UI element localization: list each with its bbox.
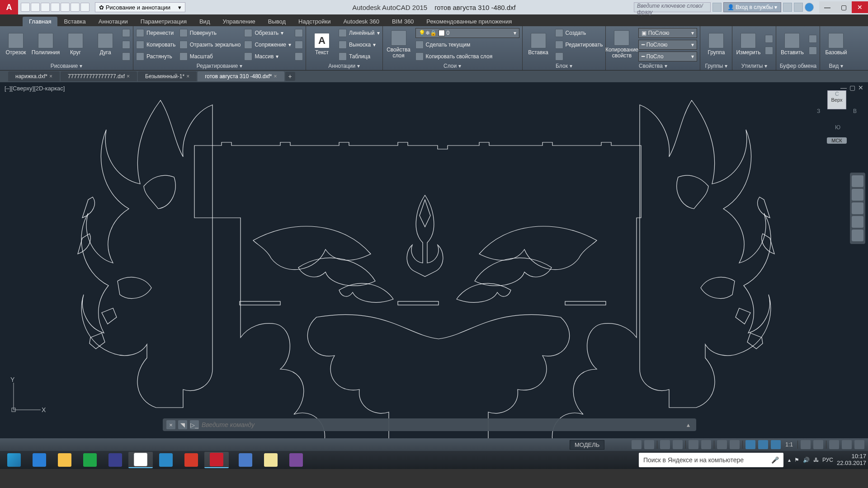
scale-button[interactable]: 1:1 [783, 441, 795, 448]
tray-volume-icon[interactable]: 🔊 [803, 457, 810, 463]
tray-clock[interactable]: 10:17 22.03.2017 [837, 453, 866, 467]
text-button[interactable]: AТекст [309, 33, 335, 56]
file-tab-3[interactable]: готов августа 310 -480.dxf*× [198, 71, 284, 81]
taskbar-winrar[interactable] [284, 452, 308, 468]
arc-button[interactable]: Дуга [92, 33, 118, 56]
qat-plot-icon[interactable] [61, 3, 70, 12]
file-tab-2[interactable]: Безымянный-1*× [138, 71, 197, 81]
tab-home[interactable]: Главная [23, 17, 57, 26]
cut-button[interactable] [809, 34, 817, 44]
polar-toggle-icon[interactable] [673, 440, 683, 449]
move-button[interactable]: Перенести [136, 28, 176, 38]
anno-scale-icon[interactable] [758, 440, 768, 449]
qat-open-icon[interactable] [31, 3, 40, 12]
snap-toggle-icon[interactable] [644, 440, 654, 449]
command-line[interactable]: × ◥ ▷_ ▴ [163, 418, 696, 431]
match-props-button[interactable]: Копирование свойств [609, 30, 635, 59]
qat-saveas-icon[interactable] [51, 3, 60, 12]
qat-undo-icon[interactable] [71, 3, 80, 12]
mirror-button[interactable]: Отразить зеркально [179, 40, 241, 50]
match-layer-button[interactable]: Копировать свойства слоя [415, 52, 519, 61]
tab-annotate[interactable]: Аннотации [92, 17, 134, 26]
qat-new-icon[interactable] [21, 3, 30, 12]
file-tab-1[interactable]: 7777777777777777.dxf× [61, 71, 137, 81]
start-button[interactable] [2, 452, 26, 468]
file-tab-0[interactable]: нарижка.dxf*× [8, 71, 60, 81]
rotate-button[interactable]: Повернуть [179, 28, 241, 38]
sign-in-button[interactable]: 👤Вход в службы▾ [723, 2, 781, 12]
search-go-icon[interactable] [712, 3, 722, 12]
util-2[interactable] [765, 46, 773, 56]
yandex-search[interactable]: Поиск в Яндексе и на компьютере 🎤 [639, 453, 783, 467]
stay-connected-icon[interactable] [794, 3, 803, 12]
otrack-toggle-icon[interactable] [701, 440, 711, 449]
workspace-selector[interactable]: ✿ Рисование и аннотации▾ [95, 2, 185, 12]
layer-props-button[interactable]: Свойства слоя [386, 30, 412, 59]
polyline-button[interactable]: Полилиния [33, 33, 59, 56]
taskbar-mail[interactable] [103, 452, 127, 468]
modify-extra-1[interactable] [295, 28, 303, 38]
tab-manage[interactable]: Управление [216, 17, 261, 26]
app-menu[interactable]: A [0, 0, 18, 14]
tab-output[interactable]: Вывод [262, 17, 292, 26]
taskbar-solidworks[interactable] [179, 452, 203, 468]
color-selector[interactable]: ▣ ПоСлою▾ [638, 28, 697, 38]
array-button[interactable]: Массив ▾ [244, 52, 291, 61]
workspace-switch-icon[interactable] [801, 440, 811, 449]
taskbar-notes[interactable] [259, 452, 283, 468]
exchange-icon[interactable] [783, 3, 792, 12]
draw-flyout-1[interactable] [122, 28, 130, 38]
isolate-icon[interactable] [829, 440, 839, 449]
tray-network-icon[interactable]: 🖧 [813, 457, 819, 463]
osnap-toggle-icon[interactable] [689, 440, 698, 449]
tab-bim360[interactable]: BIM 360 [386, 17, 420, 26]
transparency-toggle-icon[interactable] [730, 440, 740, 449]
ortho-toggle-icon[interactable] [660, 440, 670, 449]
clean-screen-icon[interactable] [842, 440, 852, 449]
file-tab-new[interactable]: + [285, 72, 295, 81]
copy-button[interactable]: Копировать [136, 40, 176, 50]
draw-flyout-2[interactable] [122, 40, 130, 50]
dimension-button[interactable]: Линейный ▾ [339, 28, 380, 38]
make-current-button[interactable]: Сделать текущим [415, 40, 519, 50]
cmd-recent-icon[interactable]: ▴ [684, 421, 693, 428]
lineweight-selector[interactable]: ━ ПоСлою▾ [638, 40, 697, 50]
tray-language[interactable]: РУС [822, 457, 833, 463]
hardware-accel-icon[interactable] [813, 440, 823, 449]
taskbar-ie[interactable] [27, 452, 52, 468]
trim-button[interactable]: Обрезать ▾ [244, 28, 291, 38]
draw-flyout-3[interactable] [122, 52, 130, 61]
block-extra[interactable] [555, 52, 603, 61]
group-button[interactable]: Группа [703, 33, 729, 56]
taskbar-browser[interactable] [154, 452, 178, 468]
circle-button[interactable]: Круг [62, 33, 89, 56]
window-minimize[interactable]: — [819, 1, 835, 13]
taskbar-explorer[interactable] [52, 452, 77, 468]
infocenter-search[interactable]: Введите ключевое слово/фразу [634, 2, 711, 12]
tab-view[interactable]: Вид [193, 17, 217, 26]
table-button[interactable]: Таблица [339, 52, 380, 61]
stretch-button[interactable]: Растянуть [136, 52, 176, 61]
tab-a360[interactable]: Autodesk 360 [337, 17, 386, 26]
modify-extra-2[interactable] [295, 40, 303, 50]
help-icon[interactable] [805, 3, 814, 12]
line-button[interactable]: Отрезок [3, 33, 29, 56]
util-1[interactable] [765, 34, 773, 44]
taskbar-autocad[interactable] [204, 452, 229, 468]
leader-button[interactable]: Выноска ▾ [339, 40, 380, 50]
tab-parametric[interactable]: Параметризация [134, 17, 193, 26]
taskbar-store[interactable] [78, 452, 102, 468]
tray-expand-icon[interactable]: ▴ [788, 457, 791, 463]
grid-toggle-icon[interactable] [632, 440, 642, 449]
paste-button[interactable]: Вставить [779, 33, 805, 56]
qat-redo-icon[interactable] [80, 3, 90, 12]
insert-block-button[interactable]: Вставка [525, 33, 552, 56]
scale-button[interactable]: Масштаб [179, 52, 241, 61]
cmd-history-icon[interactable]: ◥ [178, 420, 187, 429]
tab-featured[interactable]: Рекомендованные приложения [420, 17, 518, 26]
copy-clip-button[interactable] [809, 46, 817, 56]
taskbar-app-1[interactable] [233, 452, 258, 468]
tray-action-center-icon[interactable]: ⚑ [794, 457, 799, 463]
qat-save-icon[interactable] [41, 3, 50, 12]
model-space-button[interactable]: МОДЕЛЬ [570, 440, 604, 450]
